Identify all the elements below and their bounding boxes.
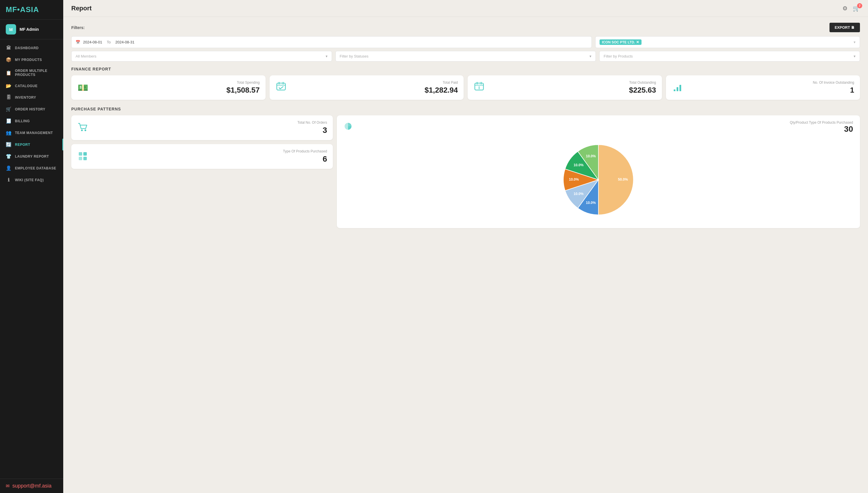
- sidebar-item-label: BILLING: [15, 119, 30, 123]
- members-filter[interactable]: All Members ▾: [71, 51, 332, 62]
- sidebar-item-label: EMPLOYEE DATABASE: [15, 166, 56, 170]
- avatar: M: [6, 24, 16, 35]
- sidebar-item-order-history[interactable]: 🛒 ORDER HISTORY: [0, 103, 63, 115]
- sidebar-item-label: WIKI (SITE FAQ): [15, 178, 44, 182]
- pie-title-block: Qty/Product Type Of Products Purchased 3…: [790, 121, 853, 134]
- pie-container: 50.0%10.0%10.0%10.0%10.0%10.0%: [344, 137, 853, 223]
- invoice-label: No. Of Invoice Outstanding: [687, 81, 854, 85]
- cart-button[interactable]: 🛒 7: [853, 5, 860, 12]
- pie-chart-card: Qty/Product Type Of Products Purchased 3…: [337, 115, 860, 228]
- employee-database-icon: 👤: [6, 165, 12, 171]
- topbar-actions: ⚙ 🛒 7: [842, 5, 860, 12]
- svg-point-8: [85, 129, 86, 131]
- products-type-value: 6: [93, 154, 327, 164]
- company-tag-label: ICON SOC PTE LTD.: [602, 40, 635, 44]
- page-title: Report: [71, 5, 92, 12]
- sidebar-item-team-management[interactable]: 👥 TEAM MANAGEMENT: [0, 127, 63, 138]
- sidebar-item-inventory[interactable]: 🗄 INVENTORY: [0, 92, 63, 103]
- sidebar-item-catalogue[interactable]: 📂 CATALOGUE: [0, 80, 63, 92]
- products-filter[interactable]: Filter by Products ▾: [599, 51, 860, 62]
- order-multiple-icon: 📋: [6, 70, 12, 76]
- svg-text:10.0%: 10.0%: [574, 163, 584, 167]
- pie-chart-title: Qty/Product Type Of Products Purchased: [790, 121, 853, 125]
- logo-text: MF•ASIA: [6, 5, 39, 14]
- total-paid-card: Total Paid $1,282.94: [270, 76, 464, 100]
- sidebar-item-employee-database[interactable]: 👤 EMPLOYEE DATABASE: [0, 162, 63, 174]
- members-placeholder: All Members: [75, 54, 96, 58]
- date-to: 2024-08-31: [115, 40, 135, 44]
- pie-icon: [344, 122, 352, 133]
- date-separator: To: [107, 40, 111, 44]
- calendar-icon: 📅: [75, 40, 80, 44]
- filter-row-dropdowns: All Members ▾ Filter by Statuses ▾ Filte…: [71, 51, 860, 62]
- svg-text:50.0%: 50.0%: [618, 177, 628, 181]
- sidebar-item-laundry-report[interactable]: 👕 LAUNDRY REPORT: [0, 150, 63, 162]
- sidebar-item-my-products[interactable]: 📦 MY PRODUCTS: [0, 54, 63, 66]
- filters-label: Filters:: [71, 25, 85, 30]
- svg-rect-11: [79, 157, 82, 160]
- filters-header: Filters: EXPORT 🗎: [71, 23, 860, 32]
- user-section: M MF Admin: [0, 20, 63, 39]
- products-type-icon: [77, 150, 89, 164]
- svg-rect-9: [79, 152, 82, 156]
- sidebar-item-order-multiple[interactable]: 📋 ORDER MULTIPLE PRODUCTS: [0, 66, 63, 80]
- orders-content: Total No. Of Orders 3: [93, 121, 327, 135]
- settings-button[interactable]: ⚙: [842, 5, 848, 12]
- svg-rect-0: [277, 83, 285, 90]
- paid-icon: [275, 81, 287, 94]
- products-chevron-icon: ▾: [854, 54, 855, 58]
- sidebar-item-label: REPORT: [15, 143, 30, 147]
- paid-label: Total Paid: [291, 81, 458, 85]
- orders-value: 3: [93, 126, 327, 135]
- svg-rect-12: [83, 157, 87, 160]
- members-chevron-icon: ▾: [326, 54, 328, 58]
- invoice-content: No. Of Invoice Outstanding 1: [687, 81, 854, 94]
- svg-point-7: [81, 129, 83, 131]
- filter-row-date: 📅 2024-08-01 To 2024-08-31 ICON SOC PTE …: [71, 36, 860, 48]
- statuses-placeholder: Filter by Statuses: [340, 54, 368, 58]
- products-type-content: Type Of Products Purchased 6: [93, 149, 327, 164]
- sidebar-item-label: DASHBOARD: [15, 46, 39, 50]
- company-filter[interactable]: ICON SOC PTE LTD. ✕ ▾: [595, 36, 860, 48]
- sidebar-item-report[interactable]: 🔄 REPORT: [0, 138, 63, 150]
- sidebar-item-label: MY PRODUCTS: [15, 58, 42, 62]
- main-content: Report ⚙ 🛒 7 Filters: EXPORT 🗎 📅 2024-08…: [63, 0, 868, 493]
- sidebar-footer: ✉ support@mf.asia: [0, 479, 63, 493]
- sidebar-item-label: INVENTORY: [15, 95, 36, 100]
- logo[interactable]: MF•ASIA: [0, 0, 63, 20]
- laundry-report-icon: 👕: [6, 154, 12, 159]
- statuses-chevron-icon: ▾: [590, 54, 592, 58]
- products-placeholder: Filter by Products: [603, 54, 633, 58]
- report-icon: 🔄: [6, 142, 12, 147]
- paid-content: Total Paid $1,282.94: [291, 81, 458, 94]
- inventory-icon: 🗄: [6, 95, 12, 100]
- sidebar-item-billing[interactable]: 🧾 BILLING: [0, 115, 63, 127]
- export-button[interactable]: EXPORT 🗎: [829, 23, 860, 32]
- billing-icon: 🧾: [6, 118, 12, 124]
- sidebar-item-dashboard[interactable]: 🏛 DASHBOARD: [0, 42, 63, 54]
- company-dropdown-arrow: ▾: [854, 40, 855, 44]
- finance-section-title: FINANCE REPORT: [71, 67, 860, 71]
- svg-text:10.0%: 10.0%: [586, 154, 596, 158]
- catalogue-icon: 📂: [6, 83, 12, 89]
- pie-chart: 50.0%10.0%10.0%10.0%10.0%10.0%: [555, 137, 641, 223]
- purchase-patterns-grid: Total No. Of Orders 3 Type O: [71, 115, 860, 228]
- username: MF Admin: [20, 27, 39, 31]
- outstanding-label: Total Outstanding: [489, 81, 656, 85]
- spending-content: Total Spending $1,508.57: [93, 81, 260, 94]
- spending-icon: 💵: [77, 83, 89, 93]
- date-range-filter[interactable]: 📅 2024-08-01 To 2024-08-31: [71, 36, 592, 48]
- outstanding-content: Total Outstanding $225.63: [489, 81, 656, 94]
- svg-text:10.0%: 10.0%: [574, 192, 584, 196]
- orders-icon: [77, 121, 89, 135]
- svg-rect-4: [674, 89, 676, 91]
- purchase-section-title: PURCHASE PATTERNS: [71, 107, 860, 111]
- company-tag-close[interactable]: ✕: [636, 40, 639, 44]
- total-outstanding-card: Total Outstanding $225.63: [467, 76, 662, 100]
- svg-rect-5: [677, 87, 678, 91]
- sidebar-item-wiki[interactable]: ℹ WIKI (SITE FAQ): [0, 174, 63, 186]
- support-email: support@mf.asia: [13, 483, 51, 489]
- spending-label: Total Spending: [93, 81, 260, 85]
- finance-cards: 💵 Total Spending $1,508.57 Total Pai: [71, 76, 860, 100]
- statuses-filter[interactable]: Filter by Statuses ▾: [336, 51, 596, 62]
